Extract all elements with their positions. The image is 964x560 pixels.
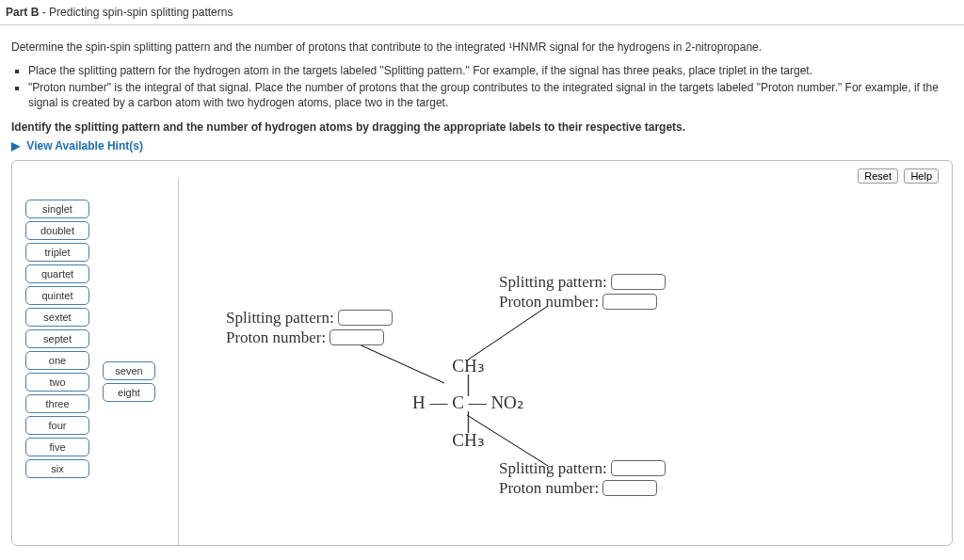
- instruction-item: "Proton number" is the integral of that …: [28, 80, 953, 110]
- part-label: Part B: [6, 6, 39, 19]
- tag-four[interactable]: four: [25, 416, 89, 435]
- drop-target-splitting-1[interactable]: [338, 310, 393, 326]
- drop-target-proton-1[interactable]: [329, 329, 384, 345]
- splitting-label: Splitting pattern:: [499, 273, 607, 292]
- instruction-list: Place the splitting pattern for the hydr…: [28, 63, 953, 111]
- proton-label: Proton number:: [499, 479, 599, 498]
- drop-target-proton-3[interactable]: [602, 480, 657, 496]
- splitting-label: Splitting pattern:: [226, 309, 334, 328]
- intro-text: Determine the spin-spin splitting patter…: [11, 40, 953, 54]
- svg-line-1: [467, 306, 548, 360]
- part-title: Predicting spin-spin splitting patterns: [49, 6, 233, 19]
- tag-septet[interactable]: septet: [25, 329, 89, 348]
- hints-label: View Available Hint(s): [26, 139, 143, 152]
- drop-target-splitting-2[interactable]: [611, 274, 666, 290]
- structure-line: CH₃: [412, 357, 524, 376]
- molecule-structure: CH₃ │ H — C — NO₂ │ CH₃: [412, 357, 524, 451]
- tag-quartet[interactable]: quartet: [25, 264, 89, 283]
- workspace: CH₃ │ H — C — NO₂ │ CH₃ Splitting patter…: [178, 178, 942, 545]
- tag-doublet[interactable]: doublet: [25, 221, 89, 240]
- drop-group-top: Splitting pattern: Proton number:: [499, 272, 666, 312]
- tag-two[interactable]: two: [25, 373, 89, 392]
- tag-triplet[interactable]: triplet: [25, 243, 89, 262]
- structure-line: │: [412, 376, 524, 394]
- drag-drop-panel: Reset Help singlet doublet triplet quart…: [11, 160, 953, 546]
- tag-eight[interactable]: eight: [103, 383, 155, 402]
- proton-label: Proton number:: [226, 328, 326, 347]
- tag-singlet[interactable]: singlet: [25, 200, 89, 218]
- drop-target-proton-2[interactable]: [602, 294, 657, 310]
- tag-three[interactable]: three: [25, 394, 89, 413]
- view-hints-toggle[interactable]: ▶ View Available Hint(s): [11, 139, 953, 152]
- triangle-right-icon: ▶: [11, 139, 20, 152]
- splitting-label: Splitting pattern:: [499, 459, 607, 478]
- drop-group-left: Splitting pattern: Proton number:: [226, 308, 393, 348]
- structure-line: H — C — NO₂: [412, 393, 524, 412]
- tag-quintet[interactable]: quintet: [25, 286, 89, 305]
- structure-line: CH₃: [412, 431, 524, 450]
- instruction-item: Place the splitting pattern for the hydr…: [28, 63, 953, 78]
- tag-one[interactable]: one: [25, 351, 89, 370]
- drop-target-splitting-3[interactable]: [611, 460, 666, 476]
- structure-line: │: [412, 412, 524, 431]
- directive-text: Identify the splitting pattern and the n…: [11, 120, 953, 134]
- drop-group-bottom: Splitting pattern: Proton number:: [499, 458, 666, 499]
- tag-six[interactable]: six: [25, 459, 89, 478]
- part-header: Part B - Predicting spin-spin splitting …: [0, 0, 964, 25]
- tag-sextet[interactable]: sextet: [25, 308, 89, 327]
- tag-seven[interactable]: seven: [103, 361, 155, 380]
- proton-label: Proton number:: [499, 293, 599, 312]
- tag-five[interactable]: five: [25, 438, 89, 456]
